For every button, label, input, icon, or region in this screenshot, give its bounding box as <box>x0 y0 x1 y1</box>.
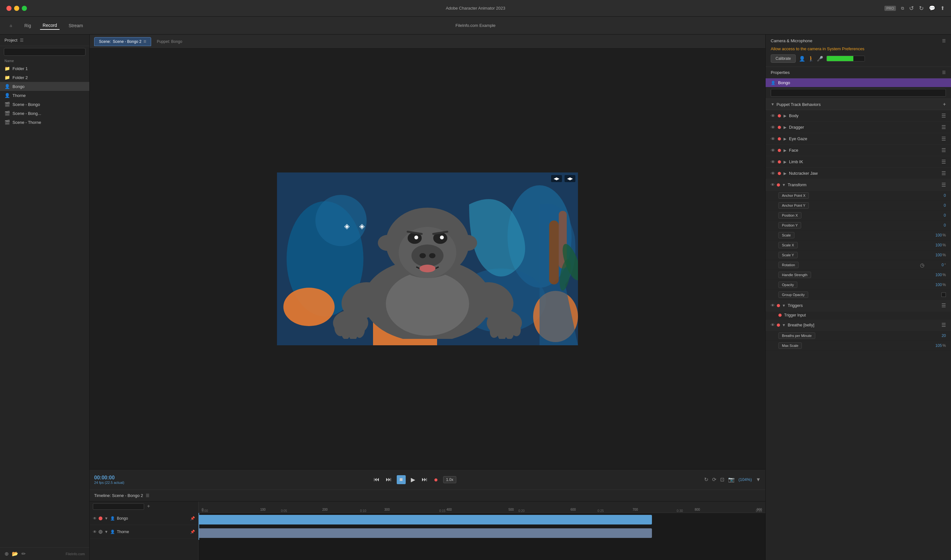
breathe-expand-icon[interactable]: ▼ <box>782 323 786 328</box>
nav-rig[interactable]: Rig <box>22 22 34 29</box>
playhead[interactable] <box>199 513 199 540</box>
project-item-thorne[interactable]: 👤 Thorne <box>0 91 89 100</box>
body-menu-icon[interactable]: ☰ <box>942 112 946 119</box>
transform-menu-icon[interactable]: ☰ <box>942 182 946 188</box>
scale-y-btn[interactable]: Scale Y <box>778 252 798 258</box>
transform-record-dot[interactable] <box>777 183 780 186</box>
fullscreen-button[interactable] <box>22 6 27 11</box>
nutcracker-visibility-icon[interactable]: 👁 <box>771 171 775 176</box>
limbik-record-dot[interactable] <box>778 160 781 163</box>
scene-menu-icon[interactable]: ☰ <box>143 40 146 43</box>
redo-icon[interactable]: ↻ <box>919 5 924 12</box>
project-item-folder2[interactable]: 📁 Folder 2 <box>0 73 89 82</box>
behaviors-collapse-icon[interactable]: ▼ <box>771 102 775 106</box>
position-y-btn[interactable]: Position Y <box>778 222 801 228</box>
track-record-dot[interactable] <box>99 517 102 520</box>
project-item-scene-thorne[interactable]: 🎬 Scene - Thorne <box>0 118 89 127</box>
track-pin-icon[interactable]: 📌 <box>190 516 195 521</box>
transform-visibility-icon[interactable]: 👁 <box>771 182 775 187</box>
step-forward-button[interactable]: ⏭ <box>421 475 429 484</box>
camera-menu-icon[interactable]: ☰ <box>942 38 946 43</box>
project-item-folder1[interactable]: 📁 Folder 1 <box>0 64 89 73</box>
body-visibility-icon[interactable]: 👁 <box>771 113 775 118</box>
anchor-y-btn[interactable]: Anchor Point Y <box>778 202 809 209</box>
new-item-button[interactable]: ⊕ <box>5 551 9 557</box>
nutcracker-record-dot[interactable] <box>778 172 781 175</box>
track-eye-dot2[interactable] <box>99 530 102 534</box>
eyegaze-menu-icon[interactable]: ☰ <box>942 136 946 142</box>
canvas-control-left[interactable]: ◀▶ <box>551 175 562 182</box>
rotation-btn[interactable]: Rotation <box>778 262 798 268</box>
timeline-search-input[interactable] <box>93 503 144 510</box>
window-icon[interactable]: ⧉ <box>901 6 904 11</box>
triggers-expand-icon[interactable]: ▼ <box>782 303 786 308</box>
limbik-menu-icon[interactable]: ☰ <box>942 159 946 165</box>
group-opacity-btn[interactable]: Group Opacity <box>778 292 808 298</box>
nav-stream[interactable]: Stream <box>66 22 85 29</box>
transform-section-header[interactable]: 👁 ▼ Transform ☰ <box>766 179 951 191</box>
properties-search-input[interactable] <box>771 89 946 97</box>
limbik-expand-icon[interactable]: ▶ <box>783 160 786 164</box>
track-expand-icon2[interactable]: ▼ <box>104 529 108 534</box>
bpm-btn[interactable]: Breaths per Minute <box>778 332 815 339</box>
go-to-start-button[interactable]: ⏮ <box>372 475 381 484</box>
position-x-btn[interactable]: Position X <box>778 212 801 218</box>
triggers-menu-icon[interactable]: ☰ <box>942 302 946 308</box>
project-search-input[interactable] <box>4 48 85 56</box>
max-scale-btn[interactable]: Max Scale <box>778 342 802 349</box>
camera2-icon[interactable]: 📷 <box>728 477 735 483</box>
home-button[interactable]: ⌂ <box>6 21 15 30</box>
add-track-button[interactable]: + <box>147 503 150 509</box>
face-menu-icon[interactable]: ☰ <box>942 147 946 153</box>
step-back-button[interactable]: ⏭ <box>385 475 393 484</box>
dragger-record-dot[interactable] <box>778 126 781 129</box>
project-item-scene-bongo[interactable]: 🎬 Scene - Bongo <box>0 100 89 109</box>
thorne-timeline-bar[interactable] <box>199 528 652 538</box>
opacity-btn[interactable]: Opacity <box>778 282 797 288</box>
transform-expand-icon[interactable]: ▼ <box>782 183 786 187</box>
face-record-dot[interactable] <box>778 149 781 152</box>
close-button[interactable] <box>6 6 12 11</box>
project-menu-icon[interactable]: ☰ <box>20 38 24 43</box>
track-pin-icon2[interactable]: 📌 <box>190 529 195 534</box>
share-icon[interactable]: ⬆ <box>940 5 945 11</box>
calibrate-button[interactable]: Calibrate <box>771 54 796 63</box>
track-expand-icon[interactable]: ▼ <box>104 516 108 521</box>
breathe-section-header[interactable]: 👁 ▼ Breathe [belly] ☰ <box>766 319 951 331</box>
scale-btn[interactable]: Scale <box>778 232 794 238</box>
refresh-icon[interactable]: ↻ <box>704 477 708 483</box>
track-visibility-icon[interactable]: 👁 <box>93 516 97 521</box>
record-button[interactable]: ● <box>433 474 439 485</box>
nav-record[interactable]: Record <box>40 22 60 30</box>
loop-icon[interactable]: ⟳ <box>712 477 716 483</box>
canvas-control-right[interactable]: ◀▶ <box>564 175 575 182</box>
eyegaze-visibility-icon[interactable]: 👁 <box>771 136 775 142</box>
nutcracker-menu-icon[interactable]: ☰ <box>942 170 946 176</box>
body-record-dot[interactable] <box>778 114 781 117</box>
camera-user-icon[interactable]: 👤 <box>799 56 805 62</box>
add-behavior-icon[interactable]: + <box>943 102 946 107</box>
zoom-expand-icon[interactable]: ▼ <box>756 477 761 483</box>
eyegaze-record-dot[interactable] <box>778 137 781 140</box>
minimize-button[interactable] <box>14 6 19 11</box>
timeline-tracks-right[interactable]: 0 100 200 300 400 500 600 700 800 900 <box>199 502 765 560</box>
chat-icon[interactable]: 💬 <box>929 5 935 11</box>
triggers-section-header[interactable]: 👁 ▼ Triggers ☰ <box>766 300 951 311</box>
breathe-menu-icon[interactable]: ☰ <box>942 322 946 328</box>
active-scene-tab[interactable]: Scene: Scene - Bongo 2 ☰ <box>94 37 151 46</box>
play-button[interactable]: ▶ <box>410 475 416 485</box>
group-opacity-checkbox[interactable] <box>942 292 946 297</box>
dragger-expand-icon[interactable]: ▶ <box>783 125 786 129</box>
undo-icon[interactable]: ↺ <box>909 5 914 12</box>
triggers-visibility-icon[interactable]: 👁 <box>771 303 775 308</box>
dragger-menu-icon[interactable]: ☰ <box>942 124 946 130</box>
face-expand-icon[interactable]: ▶ <box>783 148 786 152</box>
microphone-icon[interactable]: 🎤 <box>817 56 823 62</box>
project-item-bongo[interactable]: 👤 Bongo <box>0 82 89 91</box>
breathe-record-dot[interactable] <box>777 323 780 327</box>
timeline-menu-icon[interactable]: ☰ <box>146 493 150 498</box>
stop-button[interactable]: ■ <box>397 475 406 484</box>
export-icon[interactable]: ⊡ <box>720 477 724 483</box>
nutcracker-expand-icon[interactable]: ▶ <box>783 171 786 176</box>
properties-menu-icon[interactable]: ☰ <box>942 70 946 75</box>
